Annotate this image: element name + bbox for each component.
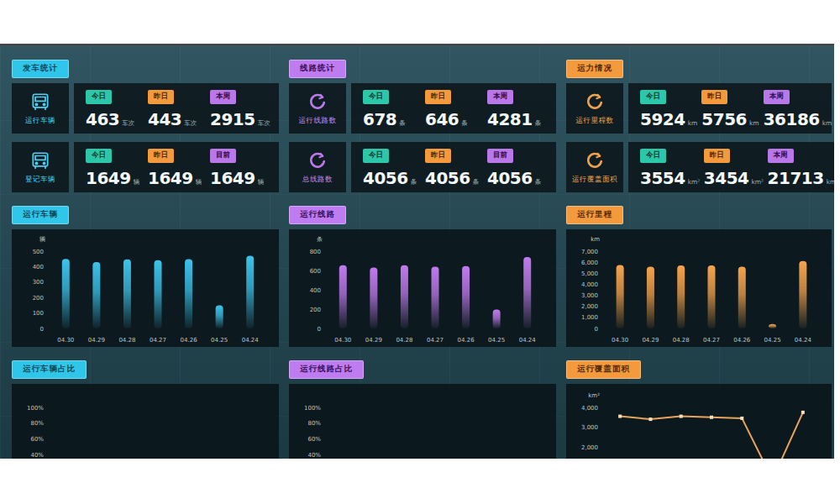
kpi-unit: 车次: [184, 119, 197, 127]
kpi-unit: 条: [535, 119, 542, 127]
kpi-row: 运行车辆 今日 463车次 昨日 443车次 本周 2915车次: [12, 83, 279, 134]
kpi-value: 1649辆: [148, 170, 210, 186]
chart-title-badge: 运行车辆占比: [12, 360, 87, 379]
kpi-icon-card: 总线路数: [289, 142, 346, 192]
kpi-number: 36186: [764, 109, 820, 129]
kpi-item: 今日 5924km: [640, 90, 701, 128]
kpi-row-label: 运行覆盖面积: [572, 175, 617, 185]
svg-text:04.30: 04.30: [57, 337, 74, 344]
kpi-row-label: 运行车辆: [25, 116, 55, 126]
svg-text:5,000: 5,000: [581, 270, 598, 277]
section-departure-stats: 发车统计 运行车辆 今日: [12, 58, 279, 459]
kpi-item: 今日 4056条: [363, 149, 425, 186]
svg-text:60%: 60%: [30, 436, 44, 443]
kpi-unit: 条: [399, 119, 406, 127]
svg-text:04.26: 04.26: [458, 337, 475, 344]
kpi-number: 21713: [768, 168, 824, 188]
svg-text:4,000: 4,000: [581, 405, 598, 412]
kpi-item: 昨日 4056条: [425, 149, 487, 186]
kpi-row: 总线路数 今日 4056条 昨日 4056条 目前 4056条: [289, 142, 556, 192]
kpi-unit: 车次: [122, 119, 134, 127]
svg-text:100%: 100%: [27, 405, 44, 412]
chart-title-badge: 运行线路: [289, 206, 346, 224]
period-badge: 今日: [86, 90, 112, 104]
svg-text:80%: 80%: [30, 420, 44, 427]
route-loop-icon: [307, 92, 328, 113]
coverage-loop-icon: [584, 150, 606, 172]
svg-text:04.29: 04.29: [88, 337, 105, 344]
kpi-item: 本周 2915车次: [210, 90, 272, 128]
dashboard-grid: 发车统计 运行车辆 今日: [12, 58, 834, 459]
period-badge: 今日: [640, 149, 666, 163]
route-loop-icon: [307, 150, 328, 172]
kpi-value: 443车次: [148, 111, 210, 128]
kpi-number: 3554: [640, 168, 685, 188]
svg-text:km: km: [591, 236, 600, 243]
section-title-badge: 运力情况: [566, 60, 623, 78]
chart-title-badge: 运行线路占比: [289, 360, 364, 379]
kpi-item: 本周 21713km²: [768, 149, 832, 186]
svg-text:04.24: 04.24: [242, 337, 260, 344]
kpi-row: 登记车辆 今日 1649辆 昨日 1649辆 目前 1649辆: [12, 142, 279, 192]
svg-text:km²: km²: [588, 392, 600, 399]
kpi-unit: 条: [411, 178, 417, 186]
kpi-value: 4056条: [425, 170, 487, 186]
kpi-number: 3454: [704, 168, 749, 188]
kpi-icon-card: 运行车辆: [12, 83, 69, 134]
svg-text:400: 400: [310, 287, 321, 294]
svg-text:04.29: 04.29: [365, 337, 382, 344]
kpi-unit: 辆: [258, 178, 265, 186]
kpi-number: 4281: [487, 109, 533, 129]
svg-text:1,000: 1,000: [581, 314, 598, 321]
svg-text:400: 400: [33, 264, 44, 270]
kpi-value: 1649辆: [86, 170, 148, 186]
kpi-item: 今日 678条: [363, 90, 425, 128]
kpi-unit: km²: [688, 178, 701, 186]
kpi-number: 5756: [701, 109, 747, 129]
kpi-row-label: 运行里程数: [576, 116, 614, 126]
period-badge: 目前: [487, 149, 513, 163]
section-title-badge: 发车统计: [12, 60, 69, 78]
kpi-value: 4056条: [363, 170, 425, 186]
svg-text:3,000: 3,000: [581, 424, 598, 431]
svg-text:04.24: 04.24: [795, 337, 812, 344]
svg-text:6,000: 6,000: [581, 260, 598, 266]
kpi-value: 4281条: [487, 111, 549, 128]
kpi-value: 463车次: [86, 111, 148, 128]
kpi-item: 本周 36186km: [764, 90, 825, 128]
svg-text:04.25: 04.25: [764, 337, 781, 344]
kpi-number: 678: [363, 109, 396, 129]
period-badge: 昨日: [148, 149, 174, 163]
section-title-badge: 线路统计: [289, 60, 346, 78]
kpi-number: 2915: [210, 109, 255, 129]
kpi-value: 2915车次: [210, 111, 272, 128]
svg-text:04.28: 04.28: [118, 337, 135, 344]
svg-text:04.25: 04.25: [488, 337, 505, 344]
kpi-item: 昨日 3454km²: [704, 149, 768, 186]
period-badge: 今日: [363, 149, 389, 163]
svg-text:04.27: 04.27: [427, 337, 444, 344]
svg-text:2,000: 2,000: [581, 444, 598, 451]
kpi-item: 目前 1649辆: [210, 149, 272, 186]
svg-text:0: 0: [595, 326, 598, 333]
period-badge: 昨日: [701, 90, 727, 104]
period-badge: 今日: [363, 90, 389, 104]
kpi-item: 今日 1649辆: [86, 149, 148, 186]
svg-text:0: 0: [318, 326, 321, 333]
kpi-unit: km: [749, 119, 759, 127]
kpi-value: 5756km: [701, 111, 763, 128]
period-badge: 本周: [487, 90, 513, 104]
svg-text:04.27: 04.27: [703, 337, 720, 344]
kpi-row: 运行覆盖面积 今日 3554km² 昨日 3454km² 本周 21713km²: [566, 142, 832, 192]
period-badge: 昨日: [148, 90, 174, 104]
kpi-unit: 车次: [258, 119, 270, 127]
kpi-item: 今日 3554km²: [640, 149, 704, 186]
svg-text:3,000: 3,000: [581, 292, 598, 299]
svg-text:800: 800: [310, 249, 321, 255]
chart-title-badge: 运行覆盖面积: [566, 360, 641, 379]
kpi-value: 3454km²: [704, 170, 768, 186]
bus-icon: [29, 150, 51, 172]
svg-text:04.26: 04.26: [181, 337, 198, 344]
svg-text:04.30: 04.30: [612, 337, 628, 344]
period-badge: 今日: [640, 90, 666, 104]
